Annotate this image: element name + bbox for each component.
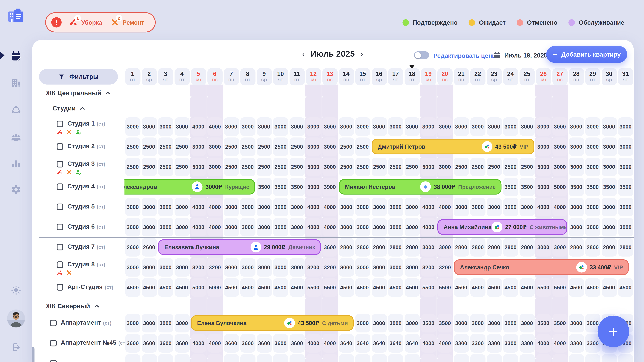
- price-cell[interactable]: 3000: [569, 198, 584, 216]
- price-cell[interactable]: 4000: [536, 198, 551, 216]
- price-cell[interactable]: [125, 354, 140, 362]
- price-cell[interactable]: 3000: [372, 198, 387, 216]
- price-cell[interactable]: 3000: [125, 117, 140, 136]
- price-cell[interactable]: 3000: [618, 158, 633, 176]
- price-cell[interactable]: 3000: [486, 314, 502, 333]
- price-cell[interactable]: 4500: [618, 278, 633, 297]
- buildings-icon[interactable]: [11, 78, 22, 88]
- price-cell[interactable]: 4000: [552, 334, 568, 353]
- price-cell[interactable]: 3640: [388, 334, 403, 353]
- room-checkbox[interactable]: [56, 284, 63, 291]
- price-cell[interactable]: 2500: [174, 137, 190, 156]
- price-cell[interactable]: 4000: [421, 198, 436, 216]
- room-checkbox[interactable]: [56, 143, 63, 150]
- price-cell[interactable]: [289, 354, 304, 362]
- price-cell[interactable]: 4500: [355, 278, 370, 297]
- price-cell[interactable]: 4500: [503, 278, 518, 297]
- price-cell[interactable]: 2500: [256, 158, 272, 176]
- price-cell[interactable]: 3000: [158, 218, 173, 237]
- price-cell[interactable]: 4000: [191, 117, 206, 136]
- price-cell[interactable]: 2500: [158, 158, 173, 176]
- add-booking-fab[interactable]: +: [598, 316, 629, 347]
- price-cell[interactable]: 3000: [322, 117, 338, 136]
- price-cell[interactable]: [437, 354, 452, 362]
- price-cell[interactable]: 3000: [240, 117, 255, 136]
- price-cell[interactable]: 3000: [207, 137, 222, 156]
- price-cell[interactable]: 4500: [273, 278, 288, 297]
- price-cell[interactable]: 4000: [421, 218, 436, 237]
- price-cell[interactable]: 3000: [273, 117, 288, 136]
- price-cell[interactable]: [158, 354, 173, 362]
- price-cell[interactable]: 3000: [339, 258, 354, 277]
- price-cell[interactable]: 4500: [454, 278, 469, 297]
- price-cell[interactable]: 3600: [158, 334, 173, 353]
- price-cell[interactable]: 4000: [306, 334, 321, 353]
- price-cell[interactable]: 4000: [437, 198, 452, 216]
- price-cell[interactable]: 4000: [191, 198, 206, 216]
- room-checkbox[interactable]: [56, 224, 63, 230]
- price-cell[interactable]: 3600: [322, 238, 338, 257]
- price-cell[interactable]: 4000: [536, 334, 551, 353]
- price-cell[interactable]: 2500: [125, 137, 140, 156]
- alerts-pill[interactable]: ! 1 Уборка 2 Ремонт: [45, 12, 156, 32]
- price-cell[interactable]: 3000: [125, 258, 140, 277]
- price-cell[interactable]: 4500: [158, 278, 173, 297]
- price-cell[interactable]: 3600: [273, 334, 288, 353]
- price-cell[interactable]: 4000: [191, 218, 206, 237]
- price-cell[interactable]: 3000: [486, 198, 502, 216]
- price-cell[interactable]: 3000: [125, 218, 140, 237]
- price-cell[interactable]: 3500: [437, 314, 452, 333]
- price-cell[interactable]: 3000: [618, 137, 633, 156]
- group-header[interactable]: Студии: [52, 103, 85, 114]
- price-cell[interactable]: 4000: [322, 334, 338, 353]
- price-cell[interactable]: 3640: [372, 334, 387, 353]
- price-cell[interactable]: 4500: [125, 278, 140, 297]
- price-cell[interactable]: 3640: [355, 334, 370, 353]
- price-cell[interactable]: 3640: [339, 334, 354, 353]
- price-cell[interactable]: 3000: [552, 158, 568, 176]
- price-cell[interactable]: 3200: [322, 258, 338, 277]
- price-cell[interactable]: 3000: [355, 198, 370, 216]
- price-cell[interactable]: 2800: [372, 238, 387, 257]
- price-cell[interactable]: 2500: [454, 158, 469, 176]
- price-cell[interactable]: 4000: [207, 218, 222, 237]
- add-apartment-button[interactable]: + Добавить квартиру: [546, 46, 627, 63]
- price-cell[interactable]: [273, 354, 288, 362]
- price-cell[interactable]: 5500: [536, 278, 551, 297]
- price-cell[interactable]: 2500: [273, 158, 288, 176]
- price-cell[interactable]: 2500: [240, 137, 255, 156]
- price-cell[interactable]: 3000: [289, 117, 304, 136]
- price-cell[interactable]: 3000: [158, 117, 173, 136]
- price-cell[interactable]: 4500: [569, 278, 584, 297]
- price-cell[interactable]: 3000: [552, 117, 568, 136]
- room-checkbox[interactable]: [50, 320, 57, 326]
- price-cell[interactable]: [470, 354, 485, 362]
- price-cell[interactable]: 3500: [503, 178, 518, 196]
- price-cell[interactable]: 4500: [602, 278, 617, 297]
- price-cell[interactable]: 3000: [602, 218, 617, 237]
- price-cell[interactable]: 4500: [372, 278, 387, 297]
- price-cell[interactable]: 3000: [454, 314, 469, 333]
- room-checkbox[interactable]: [56, 204, 63, 210]
- price-cell[interactable]: 3000: [519, 198, 534, 216]
- price-cell[interactable]: 3000: [306, 137, 321, 156]
- price-cell[interactable]: 2800: [470, 238, 485, 257]
- price-cell[interactable]: 3200: [191, 258, 206, 277]
- price-cell[interactable]: 3000: [224, 258, 239, 277]
- price-cell[interactable]: 3000: [552, 238, 568, 257]
- logout-icon[interactable]: [11, 342, 22, 353]
- price-cell[interactable]: 3000: [240, 258, 255, 277]
- price-cell[interactable]: 3640: [404, 334, 420, 353]
- price-cell[interactable]: 3000: [585, 158, 600, 176]
- price-cell[interactable]: 3500: [536, 314, 551, 333]
- price-cell[interactable]: 3300: [470, 334, 485, 353]
- price-cell[interactable]: 3000: [306, 158, 321, 176]
- price-cell[interactable]: 2500: [519, 158, 534, 176]
- price-cell[interactable]: 3000: [306, 117, 321, 136]
- price-cell[interactable]: 3000: [602, 137, 617, 156]
- price-cell[interactable]: 2500: [273, 137, 288, 156]
- chevron-up-icon[interactable]: [94, 305, 100, 308]
- price-cell[interactable]: [569, 354, 584, 362]
- price-cell[interactable]: [519, 354, 534, 362]
- price-cell[interactable]: 2500: [355, 137, 370, 156]
